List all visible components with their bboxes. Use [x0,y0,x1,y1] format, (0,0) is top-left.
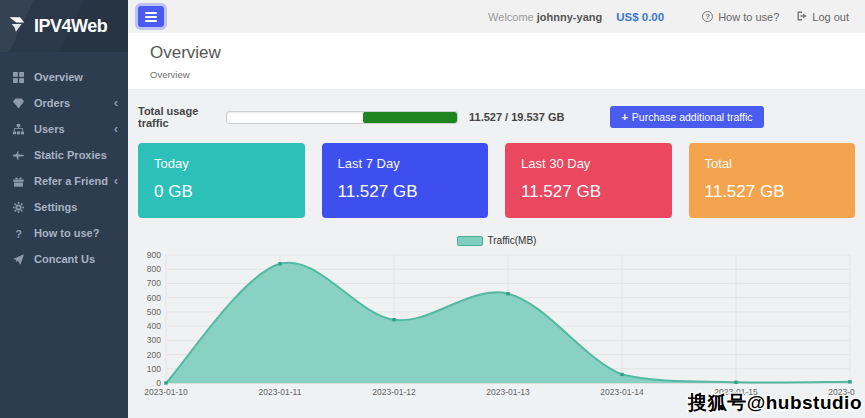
sidebar-item-orders[interactable]: Orders‹ [0,90,128,116]
sitemap-icon [13,123,26,135]
svg-text:?: ? [15,228,22,239]
legend-swatch[interactable] [457,236,483,246]
svg-text:400: 400 [147,321,161,331]
svg-text:2023-01-11: 2023-01-11 [259,387,302,397]
sidebar: IPV4Web OverviewOrders‹Users‹Static Prox… [0,0,128,418]
svg-text:500: 500 [147,307,161,317]
svg-text:2023-01-12: 2023-01-12 [372,387,416,397]
sidebar-item-users[interactable]: Users‹ [0,116,128,142]
brand-name: IPV4Web [34,16,107,37]
gem-icon [13,97,26,109]
page-header: Overview Overview [128,33,865,90]
balance-link[interactable]: US$ 0.00 [616,11,664,23]
question-icon: ? [13,227,26,239]
svg-text:2023-01-14: 2023-01-14 [600,387,644,397]
usage-value: 11.527 / 19.537 GB [469,111,564,123]
gift-icon [13,175,26,187]
svg-text:800: 800 [147,264,161,274]
svg-text:300: 300 [147,335,161,345]
breadcrumb[interactable]: Overview [150,69,865,80]
sidebar-item-static-proxies[interactable]: Static Proxies [0,142,128,168]
grid-icon [13,71,26,83]
chevron-left-icon: ‹ [114,176,118,186]
legend-label: Traffic(MB) [488,235,537,246]
how-to-use-link[interactable]: ? How to use? [702,11,779,23]
stat-card-last-30-day: Last 30 Day 11.527 GB [505,143,672,218]
svg-text:900: 900 [147,250,161,260]
logout-link[interactable]: Log out [797,11,849,23]
stat-card-today: Today 0 GB [138,143,305,218]
chevron-left-icon: ‹ [114,98,118,108]
page-title: Overview [150,43,865,63]
sidebar-item-settings[interactable]: Settings [0,194,128,220]
stat-card-last-7-day: Last 7 Day 11.527 GB [322,143,489,218]
jet-icon [13,149,26,161]
brand-logo[interactable]: IPV4Web [0,0,128,52]
svg-text:2023-01-13: 2023-01-13 [486,387,530,397]
gear-icon [13,201,26,213]
usage-progress-fill [363,112,457,123]
question-circle-icon: ? [702,11,713,22]
sidebar-item-refer-a-friend[interactable]: Refer a Friend‹ [0,168,128,194]
chart-legend: Traffic(MB) [128,235,865,246]
stat-cards: Today 0 GB Last 7 Day 11.527 GB Last 30 … [128,129,865,218]
stat-card-total: Total 11.527 GB [689,143,856,218]
svg-text:2023-01-10: 2023-01-10 [144,387,188,397]
brand-logo-icon [9,16,30,37]
sidebar-item-overview[interactable]: Overview [0,64,128,90]
welcome-text: Welcome johnny-yang [488,11,602,23]
sidebar-toggle-button[interactable] [138,6,164,27]
svg-text:200: 200 [147,350,161,360]
topbar-right: Welcome johnny-yang US$ 0.00 ? How to us… [488,11,849,23]
chevron-left-icon: ‹ [114,124,118,134]
purchase-traffic-button[interactable]: + Purchase additional traffic [610,106,763,128]
send-icon [13,253,26,265]
main-area: Welcome johnny-yang US$ 0.00 ? How to us… [128,0,865,418]
usage-progress-bar [226,111,458,124]
watermark: 搜狐号@hubstudio [688,390,862,416]
plus-icon: + [621,111,627,123]
usage-traffic-row: Total usage traffic 11.527 / 19.537 GB +… [128,90,865,129]
svg-text:600: 600 [147,293,161,303]
sidebar-menu: OverviewOrders‹Users‹Static ProxiesRefer… [0,52,128,272]
topbar: Welcome johnny-yang US$ 0.00 ? How to us… [128,0,865,33]
sign-out-icon [797,11,807,23]
svg-text:100: 100 [147,364,161,374]
usage-traffic-label: Total usage traffic [138,105,226,129]
username: johnny-yang [537,11,602,23]
svg-text:700: 700 [147,278,161,288]
sidebar-item-contact-us[interactable]: Concant Us [0,246,128,272]
sidebar-item-how-to-use[interactable]: ?How to use? [0,220,128,246]
